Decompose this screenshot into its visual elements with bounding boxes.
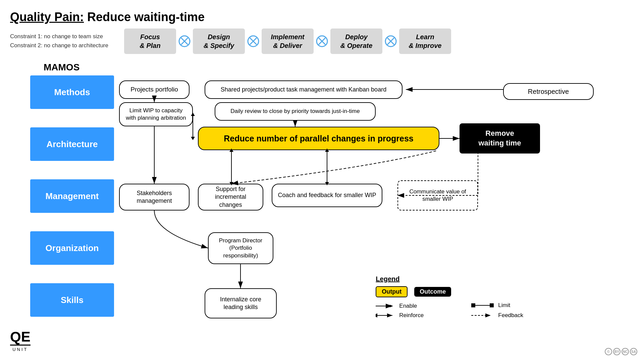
communicate-value-box: Communicate value ofsmaller WIP xyxy=(397,180,478,210)
legend-title: Legend xyxy=(376,275,523,283)
svg-marker-20 xyxy=(191,137,195,140)
reduce-parallel-box: Reduce number of parallel changes in pro… xyxy=(198,127,439,150)
phase-implement: Implement& Deliver xyxy=(262,28,314,54)
qe-logo: QE UNIT xyxy=(10,330,31,352)
legend-feedback-label: Feedback xyxy=(498,312,523,319)
sidebar-management: Management xyxy=(30,179,114,213)
page-title: Quality Pain: Reduce waiting-time xyxy=(10,10,205,24)
support-incremental-box: Support forincremental changes xyxy=(198,184,263,210)
sidebar-architecture: Architecture xyxy=(30,127,114,161)
legend-feedback-row: Feedback xyxy=(471,312,523,319)
shared-projects-box: Shared projects/product task management … xyxy=(205,80,402,99)
daily-review-box: Daily review to close by priority toward… xyxy=(215,102,376,121)
legend-enable-row: Enable xyxy=(376,303,451,309)
legend-outcome: Outcome xyxy=(414,287,451,297)
svg-marker-38 xyxy=(390,305,393,307)
phase-deploy: Deploy& Operate xyxy=(330,28,382,54)
phase-design: Design& Specify xyxy=(193,28,245,54)
legend-output: Output xyxy=(376,286,408,297)
sidebar-methods: Methods xyxy=(30,75,114,109)
mamos-label: MAMOS xyxy=(44,62,79,73)
phase-connector-3 xyxy=(314,35,330,48)
svg-rect-42 xyxy=(471,303,475,307)
legend-limit-row: Limit xyxy=(471,302,523,309)
retrospective-box: Retrospective xyxy=(503,83,594,100)
phases-row: Focus& Plan Design& Specify Implement& D… xyxy=(124,28,451,54)
internalize-box: Internalize coreleading skills xyxy=(205,288,277,318)
sidebar-organization: Organization xyxy=(30,231,114,265)
phase-connector-1 xyxy=(176,35,193,48)
phase-connector-4 xyxy=(382,35,399,48)
cc-license: © BY NC SA xyxy=(605,348,637,355)
legend-area: Legend Output Outcome Enable xyxy=(376,275,523,322)
svg-rect-44 xyxy=(490,303,494,307)
projects-portfolio-box: Projects portfolio xyxy=(119,80,190,99)
phase-learn: Learn& Improve xyxy=(399,28,451,54)
legend-reinforce-row: Reinforce xyxy=(376,312,451,319)
limit-wip-box: Limit WIP to capacitywith planning arbit… xyxy=(119,102,193,126)
remove-waiting-box: Removewaiting time xyxy=(460,123,540,154)
program-director-box: Program Director(Portfolioresponsibility… xyxy=(208,232,273,264)
stakeholders-box: Stakeholdersmanagement xyxy=(119,184,190,210)
coach-feedback-box: Coach and feedback for smaller WIP xyxy=(272,184,382,207)
legend-reinforce-label: Reinforce xyxy=(399,312,424,319)
legend-enable-label: Enable xyxy=(399,303,417,309)
constraints: Constraint 1: no change to team size Con… xyxy=(10,32,108,50)
legend-limit-label: Limit xyxy=(498,302,510,309)
sidebar-skills: Skills xyxy=(30,283,114,317)
phase-focus: Focus& Plan xyxy=(124,28,176,54)
phase-connector-2 xyxy=(245,35,262,48)
